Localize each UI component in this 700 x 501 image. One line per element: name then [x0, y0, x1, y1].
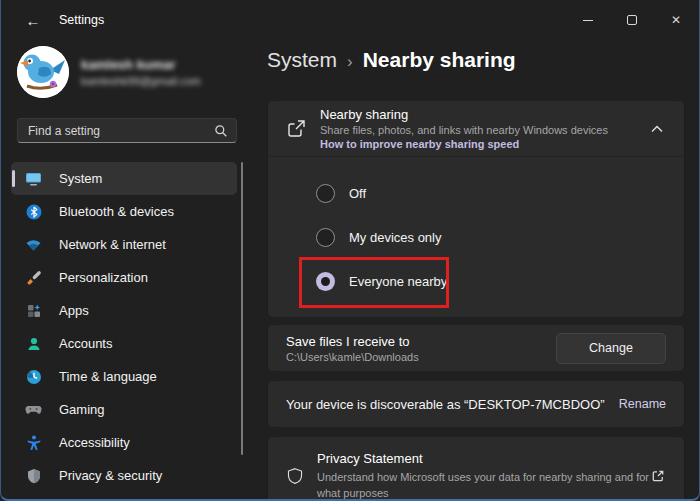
- bluetooth-icon: [25, 203, 42, 220]
- user-name: kamlesh kumar: [81, 57, 201, 72]
- radio-label: My devices only: [349, 230, 441, 245]
- sidebar-item-label: Bluetooth & devices: [59, 204, 174, 219]
- nearby-sharing-card: Nearby sharing Share files, photos, and …: [267, 100, 685, 318]
- improve-speed-link[interactable]: How to improve nearby sharing speed: [320, 138, 608, 150]
- sidebar-item-label: Privacy & security: [59, 468, 162, 483]
- privacy-text: Privacy Statement Understand how Microso…: [317, 451, 650, 501]
- window-controls: ✕: [566, 0, 698, 40]
- sidebar-item-network[interactable]: Network & internet: [11, 228, 237, 261]
- breadcrumb-system[interactable]: System: [267, 48, 337, 72]
- search-box[interactable]: [17, 118, 237, 143]
- sidebar-item-gaming[interactable]: Gaming: [11, 393, 237, 426]
- main-content: System › Nearby sharing Nearby sharing S…: [251, 40, 699, 501]
- clock-icon: [25, 368, 42, 385]
- window-title: Settings: [59, 13, 104, 27]
- privacy-statement-card[interactable]: Privacy Statement Understand how Microso…: [267, 436, 685, 501]
- sidebar-item-label: Apps: [59, 303, 89, 318]
- maximize-button[interactable]: [610, 0, 654, 40]
- radio-button-everyone-nearby[interactable]: [316, 272, 335, 291]
- minimize-button[interactable]: [566, 0, 610, 40]
- search-icon: [214, 124, 228, 138]
- bird-avatar-image: [17, 46, 69, 98]
- person-icon: [25, 335, 42, 352]
- breadcrumb: System › Nearby sharing: [267, 48, 685, 78]
- wifi-icon: [25, 236, 42, 253]
- apps-grid-icon: [25, 302, 42, 319]
- radio-label: Everyone nearby: [349, 274, 447, 289]
- sidebar-item-label: Accounts: [59, 336, 112, 351]
- back-button[interactable]: ←: [21, 8, 45, 32]
- privacy-title: Privacy Statement: [317, 451, 650, 466]
- gamepad-icon: [25, 401, 42, 418]
- radio-option-everyone-nearby[interactable]: Everyone nearby: [316, 259, 684, 303]
- system-icon: [25, 170, 42, 187]
- sidebar-nav: System Bluetooth & devices Network & int…: [11, 162, 237, 492]
- sidebar-item-label: Personalization: [59, 270, 148, 285]
- sidebar-item-accessibility[interactable]: Accessibility: [11, 426, 237, 459]
- chevron-up-icon[interactable]: [648, 122, 666, 136]
- sidebar-item-accounts[interactable]: Accounts: [11, 327, 237, 360]
- breadcrumb-separator: ›: [347, 52, 353, 72]
- radio-option-off[interactable]: Off: [316, 171, 684, 215]
- shield-outline-icon: [286, 465, 304, 487]
- external-link-icon[interactable]: [650, 468, 666, 484]
- sidebar-item-privacy-security[interactable]: Privacy & security: [11, 459, 237, 492]
- page-title: Nearby sharing: [363, 48, 516, 72]
- sidebar-item-label: Time & language: [59, 369, 157, 384]
- user-email: kamleshk99@gmail.com: [81, 75, 201, 87]
- nearby-sharing-description: Share files, photos, and links with near…: [320, 124, 608, 136]
- sidebar-item-bluetooth[interactable]: Bluetooth & devices: [11, 195, 237, 228]
- nearby-sharing-options: Off My devices only Everyone nearby: [268, 156, 684, 317]
- accessibility-person-icon: [25, 434, 42, 451]
- save-files-text: Save files I receive to C:\Users\kamle\D…: [286, 334, 419, 363]
- radio-button-my-devices-only[interactable]: [316, 228, 335, 247]
- save-files-card: Save files I receive to C:\Users\kamle\D…: [267, 324, 685, 372]
- sidebar-item-apps[interactable]: Apps: [11, 294, 237, 327]
- close-icon: ✕: [671, 14, 681, 26]
- share-icon: [286, 118, 307, 139]
- nearby-sharing-text: Nearby sharing Share files, photos, and …: [320, 107, 608, 150]
- radio-label: Off: [349, 186, 366, 201]
- sidebar-item-time-language[interactable]: Time & language: [11, 360, 237, 393]
- sidebar-item-label: Network & internet: [59, 237, 166, 252]
- sidebar-item-label: System: [59, 171, 102, 186]
- discoverable-text: Your device is discoverable as “DESKTOP-…: [286, 397, 605, 412]
- sidebar-item-personalization[interactable]: Personalization: [11, 261, 237, 294]
- nearby-sharing-title: Nearby sharing: [320, 107, 608, 122]
- sidebar-item-system[interactable]: System: [11, 162, 237, 195]
- back-arrow-icon: ←: [26, 12, 41, 29]
- radio-button-off[interactable]: [316, 184, 335, 203]
- radio-option-my-devices-only[interactable]: My devices only: [316, 215, 684, 259]
- rename-link[interactable]: Rename: [619, 397, 666, 411]
- sidebar: kamlesh kumar kamleshk99@gmail.com Syste…: [1, 40, 251, 501]
- save-files-title: Save files I receive to: [286, 334, 419, 349]
- save-files-path: C:\Users\kamle\Downloads: [286, 351, 419, 363]
- privacy-description: Understand how Microsoft uses your data …: [317, 469, 650, 501]
- minimize-icon: [583, 20, 593, 21]
- discoverable-card: Your device is discoverable as “DESKTOP-…: [267, 380, 685, 428]
- user-info: kamlesh kumar kamleshk99@gmail.com: [81, 57, 201, 87]
- user-profile[interactable]: kamlesh kumar kamleshk99@gmail.com: [17, 46, 251, 98]
- change-button[interactable]: Change: [556, 333, 666, 364]
- titlebar: ← Settings ✕: [1, 0, 699, 40]
- close-button[interactable]: ✕: [654, 0, 698, 40]
- sidebar-scrollbar[interactable]: [241, 162, 243, 455]
- sidebar-item-label: Gaming: [59, 402, 105, 417]
- search-input[interactable]: [28, 124, 214, 138]
- nearby-sharing-header[interactable]: Nearby sharing Share files, photos, and …: [268, 101, 684, 156]
- shield-icon: [25, 467, 42, 484]
- maximize-icon: [627, 15, 637, 25]
- sidebar-item-label: Accessibility: [59, 435, 130, 450]
- avatar: [17, 46, 69, 98]
- paintbrush-icon: [25, 269, 42, 286]
